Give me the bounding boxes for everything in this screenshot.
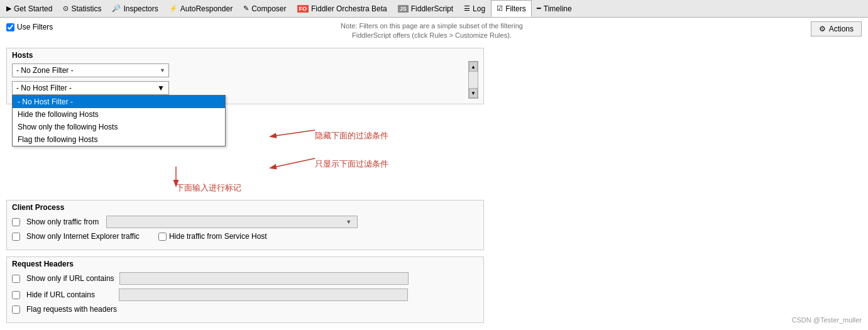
traffic-dropdown[interactable]: [106, 216, 358, 228]
use-filters-label[interactable]: Use Filters: [6, 23, 53, 31]
nav-log[interactable]: ☰ Log: [459, 0, 491, 17]
request-headers-title: Request Headers: [12, 260, 478, 268]
nav-get-started[interactable]: ▶ Get Started: [1, 0, 58, 17]
url-contains-checkbox[interactable]: [12, 275, 20, 283]
top-row: Use Filters Note: Filters on this page a…: [6, 21, 862, 41]
nav-inspectors[interactable]: 🔎 Inspectors: [107, 0, 163, 17]
nav-timeline-label: Timeline: [544, 4, 572, 13]
nav-fiddler-orchestra-label: Fiddler Orchestra Beta: [311, 4, 387, 13]
note-line1: Note: Filters on this page are a simple …: [59, 21, 804, 31]
host-filter-header[interactable]: - No Host Filter - ▼: [12, 81, 169, 95]
svg-line-1: [271, 130, 315, 136]
arrow-hide-svg: [265, 124, 403, 143]
nav-statistics-label: Statistics: [71, 4, 101, 13]
zone-filter-wrapper: - No Zone Filter -: [12, 63, 169, 77]
host-filter-option-3[interactable]: Flag the following Hosts: [13, 133, 225, 146]
hosts-section: Hosts - No Zone Filter - - No Host Filte…: [6, 48, 484, 104]
show-ie-label: Show only Internet Explorer traffic: [26, 232, 140, 241]
main-area: Use Filters Note: Filters on this page a…: [0, 18, 868, 330]
show-ie-row: Show only Internet Explorer traffic Hide…: [12, 232, 478, 241]
url-contains-label: Show only if URL contains: [26, 274, 114, 283]
composer-icon: ✎: [243, 4, 249, 13]
hosts-scrollbar[interactable]: ▲ ▼: [468, 61, 478, 99]
flag-requests-label: Flag requests with headers: [26, 305, 117, 314]
hide-url-checkbox[interactable]: [12, 291, 20, 299]
log-icon: ☰: [464, 4, 470, 13]
client-process-section: Client Process Show only traffic from Sh…: [6, 200, 484, 250]
flag-requests-checkbox[interactable]: [12, 305, 20, 314]
autoresponder-icon: ⚡: [169, 4, 178, 13]
zone-filter-row: - No Zone Filter -: [12, 63, 464, 77]
show-traffic-row: Show only traffic from: [12, 216, 478, 228]
flag-requests-row: Flag requests with headers: [12, 305, 478, 314]
actions-button[interactable]: ⚙ Actions: [811, 21, 862, 36]
inspectors-icon: 🔎: [112, 4, 121, 13]
nav-get-started-label: Get Started: [14, 4, 52, 13]
request-headers-section: Request Headers Show only if URL contain…: [6, 256, 484, 323]
host-filter-selected-label: - No Host Filter -: [16, 84, 72, 92]
timeline-icon: ━: [537, 4, 541, 13]
traffic-dropdown-wrapper: [104, 216, 355, 228]
arrow-show-svg: [265, 155, 403, 174]
host-filter-option-0[interactable]: - No Host Filter -: [13, 96, 225, 108]
filters-icon: ☑: [497, 4, 503, 13]
annotation-show: 只显示下面过滤条件: [315, 158, 388, 170]
actions-label: Actions: [829, 25, 854, 33]
nav-inspectors-label: Inspectors: [123, 4, 158, 13]
arrow-mark-svg: [157, 163, 220, 189]
note-line2: FiddlerScript offers (click Rules > Cust…: [59, 31, 804, 40]
url-contains-row: Show only if URL contains: [12, 272, 478, 285]
host-filter-open: - No Host Filter - ▼ - No Host Filter - …: [12, 81, 226, 95]
show-traffic-label: Show only traffic from: [26, 217, 99, 226]
statistics-icon: ⊙: [63, 4, 69, 13]
host-filter-list: - No Host Filter - Hide the following Ho…: [12, 95, 226, 146]
annotation-show-text: 只显示下面过滤条件: [315, 159, 388, 168]
use-filters-text: Use Filters: [17, 23, 53, 31]
host-filter-option-1[interactable]: Hide the following Hosts: [13, 108, 225, 121]
host-filter-chevron: ▼: [157, 84, 165, 92]
get-started-icon: ▶: [6, 4, 11, 13]
nav-fiddlerscript-label: FiddlerScript: [411, 4, 453, 13]
annotation-hide: 隐藏下面的过滤条件: [315, 130, 388, 141]
fiddler-orchestra-icon: FO: [297, 5, 309, 13]
fiddlerscript-icon: JS: [398, 5, 409, 13]
hide-url-row: Hide if URL contains: [12, 289, 478, 301]
nav-fiddlerscript[interactable]: JS FiddlerScript: [393, 0, 459, 17]
watermark: CSDN @Tester_muller: [792, 316, 862, 324]
zone-filter-select[interactable]: - No Zone Filter -: [12, 63, 169, 77]
annotation-mark-text: 下面输入进行标记: [176, 183, 241, 192]
note-text: Note: Filters on this page are a simple …: [59, 21, 804, 41]
nav-autoresponder[interactable]: ⚡ AutoResponder: [164, 0, 238, 17]
hosts-section-title: Hosts: [12, 51, 464, 60]
hide-url-label: Hide if URL contains: [26, 290, 95, 299]
nav-autoresponder-label: AutoResponder: [180, 4, 233, 13]
nav-log-label: Log: [473, 4, 485, 13]
hide-service-label: Hide traffic from Service Host: [169, 232, 267, 241]
use-filters-checkbox[interactable]: [6, 23, 14, 31]
annotation-hide-text: 隐藏下面的过滤条件: [315, 131, 388, 140]
hide-url-input[interactable]: [119, 289, 408, 301]
show-traffic-checkbox[interactable]: [12, 218, 20, 226]
client-process-title: Client Process: [12, 203, 478, 212]
actions-icon: ⚙: [819, 25, 826, 33]
annotation-mark: 下面输入进行标记: [176, 182, 241, 194]
nav-filters-label: Filters: [505, 4, 526, 13]
scroll-up-button[interactable]: ▲: [469, 62, 478, 72]
hide-service-checkbox[interactable]: [158, 233, 167, 241]
svg-line-3: [271, 158, 315, 168]
scroll-down-button[interactable]: ▼: [469, 88, 478, 98]
nav-composer[interactable]: ✎ Composer: [238, 0, 292, 17]
nav-bar: ▶ Get Started ⊙ Statistics 🔎 Inspectors …: [0, 0, 868, 18]
nav-filters[interactable]: ☑ Filters: [491, 0, 532, 17]
host-filter-option-2[interactable]: Show only the following Hosts: [13, 121, 225, 133]
show-ie-checkbox[interactable]: [12, 233, 20, 241]
nav-timeline[interactable]: ━ Timeline: [532, 0, 578, 17]
nav-fiddler-orchestra[interactable]: FO Fiddler Orchestra Beta: [292, 0, 393, 17]
nav-statistics[interactable]: ⊙ Statistics: [58, 0, 107, 17]
url-contains-input[interactable]: [119, 272, 409, 285]
nav-composer-label: Composer: [251, 4, 286, 13]
